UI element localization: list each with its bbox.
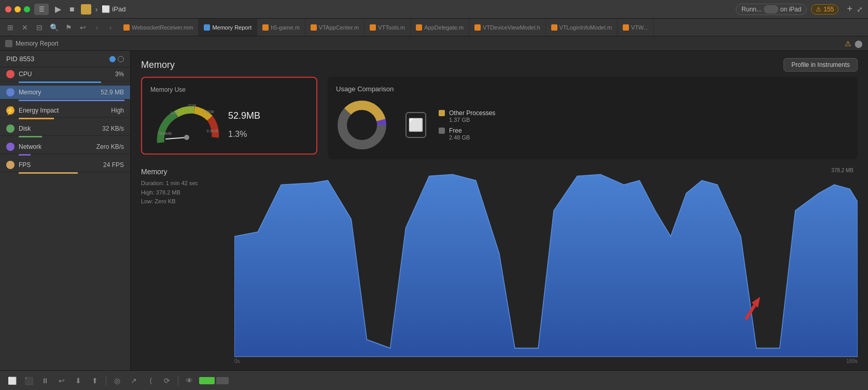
nav-back-button[interactable]: ‹ [91,22,103,33]
fps-sparkline [12,172,143,176]
gauge-main-unit: MB [246,110,260,121]
bt-upload-button[interactable]: ⬆ [88,375,102,386]
bt-arrow-button[interactable]: ↗ [127,375,141,386]
add-tab-button[interactable]: + [847,4,852,15]
network-value: Zero KB/s [96,143,124,150]
search-button[interactable]: 🔍 [48,21,60,34]
run-toggle[interactable] [764,5,778,13]
svg-point-1 [184,135,189,140]
flag-button[interactable]: ⚑ [62,21,75,34]
energy-value: High [111,107,124,114]
cards-row: Memory Use [131,77,868,168]
sidebar-item-energy[interactable]: ⚡ Energy Impact High [0,104,130,118]
bt-pause-button[interactable]: ⏸ [38,375,52,386]
bt-undo-button[interactable]: ↩ [55,375,68,386]
chart-time-end: 189s [846,358,858,364]
legend-text-free: Free 2.48 GB [449,127,470,141]
bt-eye-button[interactable]: 👁 [183,375,196,386]
tab-icon-appdelegate [416,24,422,31]
chart-area[interactable]: 378.2 MB [234,168,858,357]
run-status-area: Runn... on iPad ⚠ 155 + ⤢ [736,4,863,15]
close-button[interactable] [5,6,11,12]
gauge-svg: 500MB 1GB 2GB 2.9GB 3.9GB [150,99,223,148]
tab-label-websocket: WebsocketReceiver.mm [132,24,193,31]
tab-label-memory-report: Memory Report [212,24,251,31]
warning-count: 155 [823,6,834,13]
pid-header: PID 8553 [0,51,130,67]
bt-angle-button[interactable]: ⟨ [144,375,157,386]
chart-svg [234,168,858,357]
tab-appdelegate[interactable]: AppDelegate.m [411,19,469,36]
svg-marker-12 [234,174,858,357]
gauge-container: 500MB 1GB 2GB 2.9GB 3.9GB 52.9MB 1.3% [150,99,308,145]
memory-sparkline-bar [19,100,136,101]
pid-icons [109,56,124,62]
network-sparkline-bar [19,154,136,156]
pid-dot-filled [109,56,116,62]
tab-label-appdelegate: AppDelegate.m [424,24,464,31]
energy-sparkline-bar [19,118,136,119]
chart-info: Memory Duration: 1 min 42 sec High: 378.… [141,168,234,357]
nav-forward-button[interactable]: › [105,22,116,33]
content-header: Memory Profile in Instruments [131,51,868,77]
main-layout: PID 8553 CPU 3% Memory 52.9 MB ⚡ Ene [0,51,868,370]
disk-sparkline-bar [19,136,136,137]
tab-icon-vtappcenter [311,24,317,31]
bt-layout-button[interactable]: ⬜ [5,375,19,386]
sidebar-item-network[interactable]: Network Zero KB/s [0,140,130,154]
memory-use-card: Memory Use [141,77,317,155]
tab-label-vtw: VTW... [631,24,648,31]
bt-status-indicator [199,377,229,384]
stop-button[interactable]: ■ [67,5,77,14]
profile-in-instruments-button[interactable]: Profile in Instruments [783,58,858,72]
memory-value: 52.9 MB [101,89,124,96]
tab-vtlogin[interactable]: VTLoginInfoModel.m [546,19,618,36]
sidebar-toggle-button[interactable]: ☰ [34,4,49,15]
sidebar: PID 8553 CPU 3% Memory 52.9 MB ⚡ Ene [0,51,131,370]
usage-legend: Other Processes 1.37 GB Free 2.48 GB [439,109,495,141]
run-pill[interactable]: Runn... on iPad [736,4,807,15]
resize-button[interactable]: ⤢ [857,5,863,13]
bt-divider-1 [106,376,106,385]
tab-websocket[interactable]: WebsocketReceiver.mm [118,19,199,36]
svg-text:500MB: 500MB [159,131,172,136]
tab-icon-vtw [623,24,629,31]
layout-icon-button[interactable]: ⊞ [4,21,17,34]
svg-text:3.9GB: 3.9GB [206,129,218,133]
tab-vtappcenter[interactable]: VTAppCenter.m [305,19,365,36]
network-label: Network [19,143,96,150]
donut-svg [336,99,388,151]
undo-button[interactable]: ↩ [77,21,89,34]
tab-vtdevice[interactable]: VTDeviceViewModel.h [469,19,545,36]
bt-download-button[interactable]: ⬇ [72,375,85,386]
chart-duration: Duration: 1 min 42 sec [141,179,229,188]
legend-swatch-free [439,128,445,134]
pid-label: PID 8553 [6,55,34,63]
tab-memory-report[interactable]: Memory Report [199,19,257,36]
sidebar-item-disk[interactable]: Disk 32 KB/s [0,122,130,136]
tab-label-vttools: VTTools.m [378,24,405,31]
tab-icon-vttools [370,24,376,31]
tab-h5game[interactable]: h5-game.m [257,19,305,36]
minimize-button[interactable] [15,6,21,12]
play-button[interactable]: ▶ [53,4,63,14]
warning-badge[interactable]: ⚠ 155 [811,4,838,15]
gauge-main-number: 52.9 [228,110,246,121]
chart-time-labels: 0s 189s [141,357,858,365]
bt-record-button[interactable]: ⬛ [22,375,35,386]
sidebar-item-fps[interactable]: FPS 24 FPS [0,158,130,172]
content-title: Memory [141,60,175,71]
sidebar-item-cpu[interactable]: CPU 3% [0,67,130,81]
tab-vtw[interactable]: VTW... [618,19,654,36]
sidebar-item-memory[interactable]: Memory 52.9 MB [0,86,130,100]
legend-text-other: Other Processes 1.37 GB [449,109,495,123]
tab-vttools[interactable]: VTTools.m [365,19,411,36]
bt-refresh-button[interactable]: ⟳ [160,375,174,386]
gauge-percent-value: 1.3% [228,124,260,141]
maximize-button[interactable] [24,6,30,12]
donut-chart [336,99,388,151]
svg-line-0 [166,137,187,139]
close-tab-button[interactable]: ✕ [19,21,31,34]
minus-button[interactable]: ⊟ [33,21,46,34]
bt-target-button[interactable]: ◎ [110,375,124,386]
